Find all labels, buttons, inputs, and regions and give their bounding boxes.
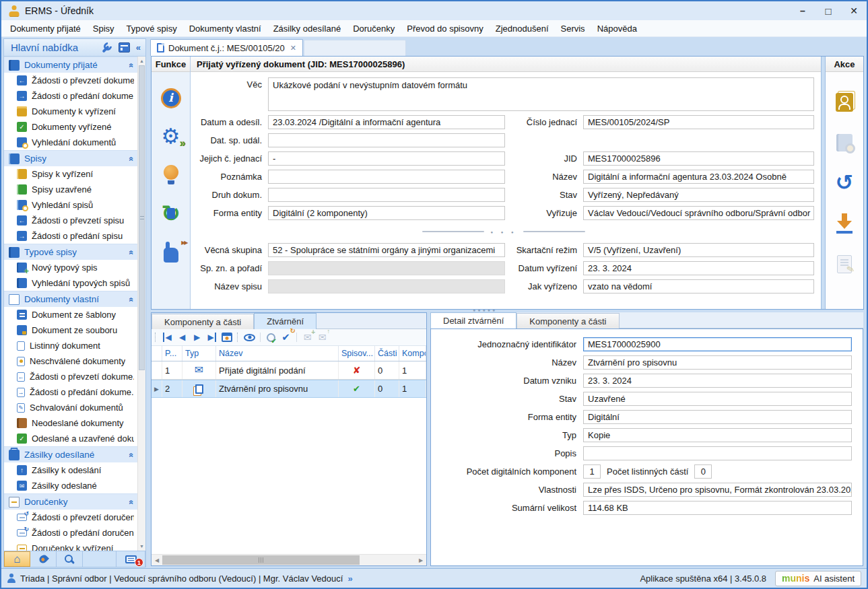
favorites-tab-button[interactable]	[30, 551, 57, 567]
sidebar-item[interactable]: Žádosti o předání doručenky	[4, 525, 137, 541]
close-icon[interactable]	[841, 1, 867, 20]
sidebar-item[interactable]: Zásilky k odeslání	[4, 462, 137, 478]
sidebar-item[interactable]: Typové spisy	[4, 244, 137, 260]
field-jid[interactable]: MES17000025896	[583, 151, 814, 166]
tab-close-icon[interactable]	[290, 44, 296, 53]
sidebar-item[interactable]: Spisy k vyřízení	[4, 166, 137, 182]
messages-button[interactable]: 1	[116, 551, 145, 567]
menu-item[interactable]: Nápověda	[591, 22, 643, 36]
ai-assistant-button[interactable]: munis AI asistent	[775, 571, 861, 586]
field-cislo-jednaci[interactable]: MES/00105/2024/SP	[583, 115, 814, 129]
field-nazev[interactable]: Digitální a informační agentura 23.03.20…	[583, 170, 814, 184]
layout-icon[interactable]	[119, 42, 130, 53]
field-pocet-digitalnich[interactable]: 1	[583, 464, 601, 479]
field-pocet-listinnych[interactable]: 0	[694, 464, 712, 479]
collapse-section-icon[interactable]	[127, 452, 137, 457]
field-datum-vzniku[interactable]: 23. 3. 2024	[583, 374, 852, 388]
scrollbar-thumb[interactable]	[139, 65, 145, 370]
collapse-sidebar-icon[interactable]	[136, 42, 141, 53]
menu-item[interactable]: Převod do spisovny	[401, 22, 489, 36]
akce-button[interactable]	[831, 251, 858, 277]
field-detail-typ[interactable]: Kopie	[583, 428, 852, 442]
sidebar-item[interactable]: Doručenky	[4, 493, 137, 510]
menu-item[interactable]: Typové spisy	[121, 22, 183, 36]
collapse-section-icon[interactable]	[127, 156, 137, 161]
maximize-icon[interactable]	[815, 1, 841, 20]
sidebar-item[interactable]: Žádosti o předání spisu	[4, 228, 137, 244]
sidebar-item[interactable]: Vyhledání dokumentů	[4, 135, 137, 150]
funkce-button[interactable]	[157, 123, 185, 151]
menu-item[interactable]: Zásilky odesílané	[267, 22, 347, 36]
verify-icon[interactable]	[280, 331, 292, 344]
scrollbar-thumb[interactable]	[162, 555, 360, 565]
menu-item[interactable]: Servis	[555, 22, 591, 36]
field-vyrizuje[interactable]: Václav Vedoucí/Vedoucí správního odboru/…	[583, 206, 814, 220]
tab-detail-ztvarneni[interactable]: Detail ztvárnění	[430, 312, 516, 328]
sidebar-item[interactable]: Žádosti o předání dokume...	[4, 88, 137, 104]
menu-item[interactable]: Dokumenty vlastní	[183, 22, 267, 36]
field-stav[interactable]: Vyřízený, Nepředávaný	[583, 188, 814, 202]
sidebar-item[interactable]: Žádosti o převzetí dokume...	[4, 73, 137, 88]
sidebar-item[interactable]: Vyhledání typových spisů	[4, 275, 137, 291]
tab-ztvarneni[interactable]: Ztvárnění	[254, 313, 316, 329]
collapse-section-icon[interactable]	[127, 250, 137, 254]
field-vec[interactable]: Ukázkové podání v nevýstupním datovém fo…	[268, 77, 814, 111]
sidebar-item[interactable]: Neodeslané dokumenty	[4, 415, 137, 431]
sidebar-item[interactable]: Schvalování dokumentů	[4, 400, 137, 415]
field-vlastnosti[interactable]: Lze přes ISDS, Určeno pro spisovnu, Form…	[583, 483, 852, 497]
akce-splitter[interactable]	[821, 57, 826, 309]
field-datum-vyrizeni[interactable]: 23. 3. 2024	[583, 261, 814, 275]
sidebar-item[interactable]: Dokument ze šablony	[4, 307, 137, 322]
akce-button[interactable]	[831, 90, 858, 115]
nav-next-icon[interactable]	[191, 331, 203, 344]
sidebar-item[interactable]: Dokumenty přijaté	[4, 57, 137, 73]
field-detail-nazev[interactable]: Ztvárnění pro spisovnu	[583, 355, 852, 370]
collapse-section-icon[interactable]	[127, 63, 137, 67]
minimize-icon[interactable]	[790, 1, 815, 20]
sidebar-item[interactable]: Dokumenty vyřízené	[4, 119, 137, 135]
menu-item[interactable]: Spisy	[87, 22, 121, 36]
field-forma-entity[interactable]: Digitální (2 komponenty)	[268, 206, 505, 220]
sidebar-item[interactable]: Vyhledání spisů	[4, 197, 137, 213]
scroll-right-icon[interactable]	[415, 555, 426, 565]
field-skartacni-rezim[interactable]: V/5 (Vyřízení, Uzavření)	[583, 243, 814, 257]
sidebar-item[interactable]: Neschválené dokumenty	[4, 353, 137, 369]
horizontal-scrollbar[interactable]	[152, 554, 426, 565]
field-datum-odesil[interactable]: 23.03.2024 /Digitální a informační agent…	[268, 115, 505, 129]
nav-last-icon[interactable]	[206, 331, 218, 344]
funkce-button[interactable]	[157, 84, 185, 112]
form-collapse-handle[interactable]	[193, 224, 814, 239]
sidebar-item[interactable]: Nový typový spis	[4, 260, 137, 275]
mail-import-icon[interactable]	[302, 331, 313, 344]
sidebar-item[interactable]: Odeslané a uzavřené doku...	[4, 431, 137, 446]
menu-item[interactable]: Dokumenty přijaté	[4, 22, 87, 36]
field-jak-vyrizeno[interactable]: vzato na vědomí	[583, 279, 814, 293]
field-poznamka[interactable]	[268, 170, 505, 184]
sidebar-item[interactable]: Dokumenty vlastní	[4, 291, 137, 307]
sidebar-scrollbar[interactable]	[137, 57, 145, 551]
tab-komponenty-casti-detail[interactable]: Komponenty a části	[516, 313, 619, 328]
field-popis[interactable]	[583, 446, 852, 460]
home-tab-button[interactable]	[4, 551, 30, 567]
funkce-button[interactable]	[157, 199, 185, 228]
sidebar-item[interactable]: Žádosti o převzetí dokume...	[4, 369, 137, 384]
search-tab-button[interactable]	[57, 551, 83, 567]
panel-splitter-handle[interactable]	[473, 308, 497, 312]
open-record-icon[interactable]	[222, 333, 232, 342]
tab-document[interactable]: Dokument č.j.: MES/00105/20	[150, 39, 303, 56]
sidebar-item[interactable]: Zásilky odesílané	[4, 446, 137, 462]
field-detail-stav[interactable]: Uzavřené	[583, 392, 852, 406]
sidebar-item[interactable]: Žádosti o převzetí spisu	[4, 213, 137, 228]
funkce-button[interactable]	[157, 238, 185, 266]
preview-icon[interactable]	[244, 334, 255, 341]
field-detail-forma[interactable]: Digitální	[583, 410, 852, 424]
sidebar-item[interactable]: Zásilky odeslané	[4, 478, 137, 493]
funkce-button[interactable]	[157, 161, 185, 189]
field-identifikator[interactable]: MES17000025900	[583, 337, 852, 351]
scroll-up-icon[interactable]	[138, 57, 145, 65]
scroll-down-icon[interactable]	[138, 542, 145, 551]
table-row[interactable]: 2 Ztvárnění pro spisovnu 0 1	[152, 380, 426, 398]
field-druh-dokum[interactable]	[268, 188, 505, 202]
sidebar-item[interactable]: Doručenky k vyřízení	[4, 541, 137, 551]
akce-button[interactable]	[831, 130, 858, 155]
